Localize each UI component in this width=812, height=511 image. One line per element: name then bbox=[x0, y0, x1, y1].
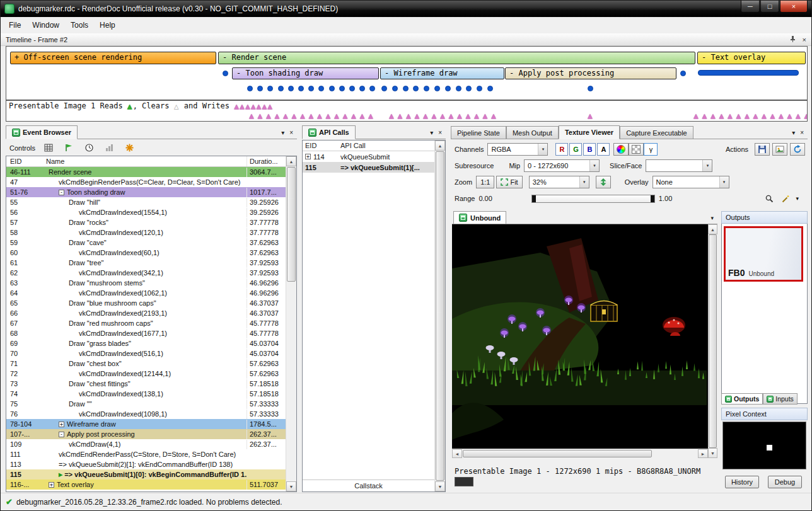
columns-grid-icon[interactable] bbox=[43, 142, 55, 154]
channel-b-button[interactable]: B bbox=[583, 143, 596, 156]
mip-dropdown[interactable]: 0 - 1272x690 ▾ bbox=[524, 159, 600, 172]
save-button[interactable] bbox=[755, 143, 770, 156]
event-row[interactable]: 74vkCmdDrawIndexed(138,1)57.18518 bbox=[6, 389, 286, 399]
scroll-left-icon[interactable]: ◄ bbox=[452, 449, 462, 458]
menu-item-help[interactable]: Help bbox=[94, 18, 121, 33]
scroll-up-icon[interactable]: ▲ bbox=[708, 224, 717, 234]
event-row[interactable]: 62vkCmdDrawIndexed(342,1)37.92593 bbox=[6, 268, 286, 278]
tab-pipeline-state[interactable]: Pipeline State bbox=[451, 126, 506, 139]
event-row[interactable]: 71Draw "chest box"57.62963 bbox=[6, 359, 286, 369]
refresh-button[interactable] bbox=[790, 143, 805, 156]
autofit-wand-icon[interactable] bbox=[779, 192, 792, 205]
zoom-1-1-button[interactable]: 1:1 bbox=[476, 176, 494, 188]
scroll-up-icon[interactable]: ▲ bbox=[435, 141, 445, 151]
flag-icon[interactable] bbox=[63, 142, 76, 154]
time-durations-icon[interactable] bbox=[83, 142, 96, 154]
gamma-button[interactable]: γ bbox=[644, 143, 658, 156]
panel-close-icon[interactable]: × bbox=[800, 129, 804, 136]
api-call-row[interactable]: 115=> vkQueueSubmit(1)[... bbox=[303, 162, 434, 173]
panel-menu-icon[interactable]: ▾ bbox=[792, 129, 795, 136]
event-row[interactable]: 115▶=> vkQueueSubmit(1)[0]: vkBeginComma… bbox=[6, 469, 286, 479]
event-row[interactable]: 73Draw "chest fittings"57.18518 bbox=[6, 379, 286, 389]
api-calls-scrollbar[interactable]: ▲ ▼ bbox=[434, 141, 445, 491]
zoom-dropdown[interactable]: 32% ▾ bbox=[529, 176, 589, 188]
texture-canvas[interactable]: ▲ ▼ ◄ ► bbox=[452, 224, 717, 458]
menu-item-file[interactable]: File bbox=[3, 18, 26, 33]
history-button[interactable]: History bbox=[725, 476, 759, 488]
fit-button[interactable]: Fit bbox=[496, 176, 522, 188]
timeline-section-bar[interactable]: - Text overlay bbox=[697, 52, 806, 64]
tab-mesh-output[interactable]: Mesh Output bbox=[506, 126, 559, 139]
event-row[interactable]: 116-...+Text overlay511.7037 bbox=[6, 479, 286, 490]
timeline-section-bar[interactable]: - Wireframe draw bbox=[380, 67, 504, 79]
scroll-down-icon[interactable]: ▼ bbox=[286, 481, 296, 491]
panel-menu-icon[interactable]: ▾ bbox=[430, 129, 433, 136]
thumbnail-list-chevron-icon[interactable]: ▾ bbox=[710, 215, 717, 224]
channel-r-button[interactable]: R bbox=[555, 143, 568, 156]
scroll-up-icon[interactable]: ▲ bbox=[286, 156, 296, 166]
tab-texture-viewer[interactable]: Texture Viewer bbox=[559, 125, 620, 139]
channels-dropdown[interactable]: RGBA ▾ bbox=[487, 143, 548, 156]
scroll-right-icon[interactable]: ► bbox=[698, 449, 708, 458]
timeline-close-icon[interactable]: × bbox=[803, 36, 806, 43]
event-row[interactable]: 69Draw "grass blades"45.03704 bbox=[6, 338, 286, 348]
timeline-panel-header[interactable]: Timeline - Frame #2 × bbox=[1, 33, 811, 46]
timeline-body[interactable]: + Off-screen scene rendering- Render sce… bbox=[6, 46, 808, 100]
timeline-section-bar[interactable]: - Render scene bbox=[218, 52, 695, 64]
event-row[interactable]: 75Draw ""57.33333 bbox=[6, 399, 286, 409]
menu-item-tools[interactable]: Tools bbox=[65, 18, 94, 33]
event-browser-scrollbar[interactable]: ▲ ▼ bbox=[286, 156, 296, 491]
channel-g-button[interactable]: G bbox=[569, 143, 582, 156]
texture-vscrollbar[interactable]: ▲ ▼ bbox=[708, 224, 717, 458]
event-row[interactable]: 76vkCmdDrawIndexed(1098,1)57.33333 bbox=[6, 409, 286, 419]
expander-icon[interactable]: + bbox=[49, 482, 54, 488]
callstack-section[interactable]: Callstack bbox=[303, 479, 434, 491]
event-row[interactable]: 57Draw "rocks"37.77778 bbox=[6, 217, 286, 227]
event-row[interactable]: 56vkCmdDrawIndexed(1554,1)39.25926 bbox=[6, 207, 286, 217]
event-row[interactable]: 68vkCmdDrawIndexed(1677,1)45.77778 bbox=[6, 328, 286, 338]
expander-icon[interactable]: - bbox=[59, 190, 64, 195]
minimize-button[interactable]: ─ bbox=[741, 1, 760, 13]
tab-api-calls[interactable]: API Calls bbox=[302, 125, 356, 139]
range-slider[interactable] bbox=[531, 195, 655, 203]
event-row[interactable]: 61Draw "tree"37.92593 bbox=[6, 258, 286, 268]
event-row[interactable]: 111vkCmdEndRenderPass(C=Store, D=Store, … bbox=[6, 449, 286, 459]
event-row[interactable]: 66vkCmdDrawIndexed(2193,1)46.37037 bbox=[6, 308, 286, 318]
event-row[interactable]: 47vkCmdBeginRenderPass(C=Clear, D=Clear,… bbox=[6, 177, 286, 187]
scrollbar-thumb[interactable] bbox=[709, 234, 717, 448]
event-row[interactable]: 65Draw "blue mushroom caps"46.37037 bbox=[6, 298, 286, 308]
statistics-icon[interactable] bbox=[103, 142, 116, 154]
event-row[interactable]: 107-...-Apply post processing262.37... bbox=[6, 429, 286, 439]
event-row[interactable]: 70vkCmdDrawIndexed(516,1)45.03704 bbox=[6, 348, 286, 359]
scrollbar-thumb[interactable] bbox=[287, 167, 296, 282]
close-button[interactable]: × bbox=[780, 1, 808, 13]
panel-close-icon[interactable]: × bbox=[438, 129, 442, 136]
title-bar[interactable]: debugmarker.rdc - RenderDoc Unofficial r… bbox=[1, 1, 811, 17]
timeline-section-bar[interactable]: + Off-screen scene rendering bbox=[10, 52, 216, 64]
range-max-handle[interactable] bbox=[651, 195, 654, 202]
scrollbar-thumb[interactable] bbox=[436, 151, 444, 481]
event-row[interactable]: 113=> vkQueueSubmit(2)[1]: vkEndCommandB… bbox=[6, 459, 286, 469]
timeline-markers[interactable]: Presentable Image 1 Reads ▲, Clears △ an… bbox=[6, 100, 808, 122]
event-row[interactable]: 55Draw "hill"39.25926 bbox=[6, 197, 286, 207]
event-row[interactable]: 46-111Render scene3064.7... bbox=[6, 167, 286, 177]
expander-icon[interactable]: + bbox=[59, 422, 64, 427]
scrollbar-thumb[interactable] bbox=[463, 450, 652, 457]
tab-event-browser[interactable]: Event Browser bbox=[6, 125, 78, 139]
maximize-button[interactable]: □ bbox=[760, 1, 779, 13]
event-row[interactable]: 72vkCmdDrawIndexed(12144,1)57.62963 bbox=[6, 369, 286, 379]
menu-item-window[interactable]: Window bbox=[26, 18, 65, 33]
panel-menu-icon[interactable]: ▾ bbox=[281, 129, 284, 136]
tab-outputs[interactable]: Outputs bbox=[721, 393, 763, 405]
tab-unbound[interactable]: Unbound bbox=[453, 211, 506, 224]
sliceface-dropdown[interactable]: ▾ bbox=[646, 159, 712, 172]
expander-icon[interactable]: + bbox=[305, 154, 311, 159]
flip-y-button[interactable] bbox=[596, 176, 611, 188]
event-row[interactable]: 63Draw "mushroom stems"46.96296 bbox=[6, 278, 286, 288]
event-row[interactable]: 60vkCmdDrawIndexed(60,1)37.62963 bbox=[6, 248, 286, 258]
alpha-background-button[interactable] bbox=[629, 143, 644, 156]
zoom-range-icon[interactable] bbox=[763, 192, 775, 205]
tab-inputs[interactable]: Inputs bbox=[763, 393, 798, 405]
texture-hscrollbar[interactable]: ◄ ► bbox=[452, 449, 708, 458]
timeline-section-bar[interactable]: - Apply post processing bbox=[505, 67, 676, 79]
